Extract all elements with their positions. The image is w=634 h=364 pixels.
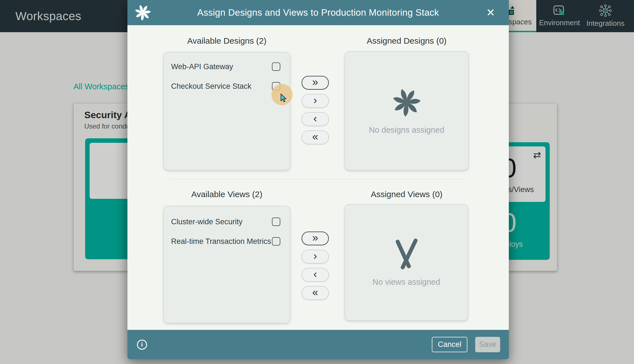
section-divider	[169, 179, 464, 179]
modal-footer: i Cancel Save	[127, 330, 509, 359]
modal-header: Assign Designs and Views to Production M…	[127, 0, 509, 25]
available-designs-title: Available Designs (2)	[164, 36, 290, 47]
assigned-views-panel: No views assigned	[345, 204, 468, 321]
move-left-button[interactable]: ‹	[302, 268, 329, 282]
chevron-left-icon: ‹	[313, 269, 317, 279]
available-views-title: Available Views (2)	[164, 190, 290, 200]
view-item-label: Real-time Transaction Metrics	[171, 237, 271, 246]
assigned-designs-title: Assigned Designs (0)	[345, 36, 468, 47]
double-chevron-right-icon: »	[312, 77, 318, 87]
move-right-button[interactable]: ›	[302, 250, 329, 263]
view-checkbox[interactable]	[272, 218, 280, 226]
assign-designs-modal: Assign Designs and Views to Production M…	[127, 0, 509, 359]
double-chevron-left-icon: «	[312, 131, 318, 142]
designs-transfer-controls: » › ‹ «	[302, 76, 329, 144]
move-right-button[interactable]: ›	[302, 94, 329, 108]
available-designs-panel: Web-API Gateway Checkout Service Stack	[164, 52, 290, 170]
cancel-button[interactable]: Cancel	[432, 337, 467, 352]
empty-state-text: No views assigned	[372, 277, 440, 287]
assigned-designs-panel: No designs assigned	[345, 52, 468, 170]
move-all-right-button[interactable]: »	[302, 232, 329, 245]
list-item[interactable]: Web-API Gateway	[164, 57, 290, 76]
meshery-logo-icon	[391, 87, 422, 118]
views-transfer-controls: » › ‹ «	[302, 232, 329, 300]
move-all-left-button[interactable]: «	[302, 130, 329, 144]
move-left-button[interactable]: ‹	[302, 112, 329, 126]
move-all-right-button[interactable]: »	[302, 76, 329, 90]
kanvas-views-icon	[392, 238, 420, 270]
move-all-left-button[interactable]: «	[302, 286, 329, 300]
chevron-right-icon: ›	[313, 95, 317, 106]
save-button[interactable]: Save	[475, 337, 500, 352]
design-checkbox[interactable]	[272, 62, 280, 71]
meshery-logo-icon	[134, 4, 151, 21]
double-chevron-right-icon: »	[312, 232, 318, 243]
mouse-cursor-icon	[280, 94, 288, 103]
modal-title: Assign Designs and Views to Production M…	[127, 7, 509, 18]
empty-state-text: No designs assigned	[369, 125, 444, 135]
empty-state: No designs assigned	[345, 52, 468, 170]
available-views-panel: Cluster-wide Security Real-time Transact…	[164, 206, 290, 323]
close-icon[interactable]: ✕	[486, 8, 496, 18]
list-item[interactable]: Real-time Transaction Metrics	[164, 232, 290, 251]
list-item[interactable]: Cluster-wide Security	[164, 212, 290, 232]
info-icon[interactable]: i	[137, 340, 147, 350]
view-item-label: Cluster-wide Security	[171, 218, 243, 226]
list-item[interactable]: Checkout Service Stack	[164, 76, 290, 96]
view-checkbox[interactable]	[272, 237, 280, 246]
empty-state: No views assigned	[345, 205, 468, 320]
chevron-right-icon: ›	[313, 251, 317, 261]
assigned-views-title: Assigned Views (0)	[345, 190, 468, 200]
chevron-left-icon: ‹	[313, 113, 317, 124]
design-item-label: Checkout Service Stack	[171, 82, 251, 91]
double-chevron-left-icon: «	[312, 287, 318, 298]
design-item-label: Web-API Gateway	[171, 62, 233, 71]
